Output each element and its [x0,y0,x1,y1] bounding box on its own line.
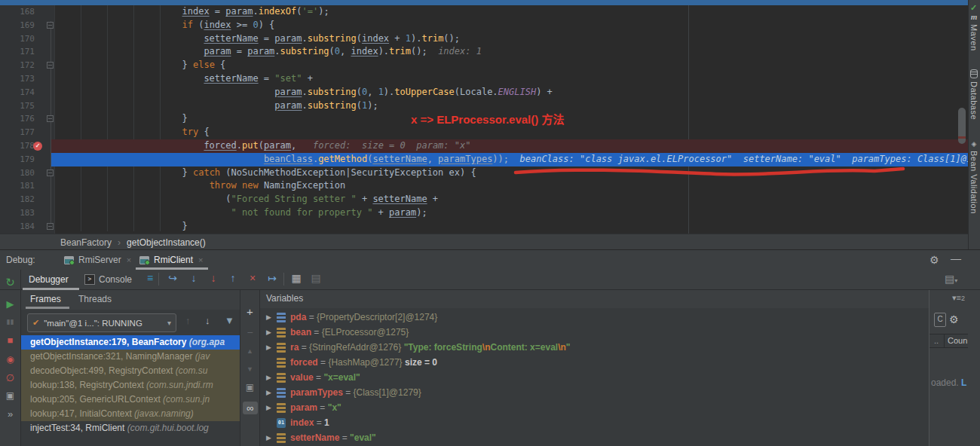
view-breakpoints-icon[interactable]: ◉ [0,354,20,365]
tab-threads[interactable]: Threads [78,294,112,304]
variable-row-pda[interactable]: ▶pda = {PropertyDescriptor[2]@1274} [260,310,929,325]
mute-breakpoints-icon[interactable]: ∅ [0,372,20,383]
hide-window-icon[interactable]: — [951,252,961,264]
close-icon[interactable]: × [198,255,203,264]
code-line-172[interactable]: 172} else { [0,59,968,72]
frame-row[interactable]: decodeObject:499, RegistryContext (com.s… [21,364,240,378]
code-line-180[interactable]: 180} catch (NoSuchMethodException|Securi… [0,166,968,180]
inspect-icon[interactable]: ∞ [243,402,258,414]
load-classes-link[interactable]: L [961,377,966,388]
code-line-182[interactable]: 182("Forced String setter " + setterName… [0,193,968,206]
breakpoint-icon[interactable]: ✓ [33,142,42,151]
expand-arrow-icon[interactable]: ▶ [266,370,271,385]
more-icon[interactable]: » [0,408,20,420]
code-editor[interactable]: 168index = param.indexOf('=');169if (ind… [0,0,968,234]
duplicate-icon[interactable]: ▣ [240,382,259,393]
frame-down-icon[interactable]: ↓ [205,315,210,326]
step-into-icon[interactable]: ↓ [185,272,202,284]
expand-arrow-icon[interactable]: ▶ [266,385,271,400]
expand-arrow-icon[interactable]: ▶ [266,430,271,445]
code-line-170[interactable]: 170setterName = param.substring(index + … [0,32,968,46]
variable-row-value[interactable]: ▶value = "x=eval" [260,370,929,385]
frame-row[interactable]: lookup:205, GenericURLContext (com.sun.j… [21,393,240,407]
tab-debugger[interactable]: Debugger [29,274,69,285]
code-line-171[interactable]: 171param = param.substring(0, index).tri… [0,45,968,59]
memory-view-options[interactable]: ▾≡2 [952,293,965,303]
step-out-icon[interactable]: ↑ [225,272,241,284]
fold-marker-icon[interactable] [47,62,54,69]
close-icon[interactable]: × [127,255,131,264]
frame-row[interactable]: lookup:138, RegistryContext (com.sun.jnd… [21,378,240,393]
rerun-icon[interactable]: ↻ [0,276,20,289]
object-icon [277,358,286,368]
code-line-174[interactable]: 174param.substring(0, 1).toUpperCase(Loc… [0,86,968,99]
thread-selector-dropdown[interactable]: ✔ "main"@1 i...": RUNNING ▾ [27,313,176,332]
run-to-cursor-icon[interactable]: ↦ [264,272,280,284]
breadcrumb-separator: › [118,237,121,248]
layout-grid-icon[interactable]: ▤ [308,272,324,284]
tool-stripe-maven[interactable]: mMaven [969,12,978,51]
add-watch-icon[interactable]: + [240,305,259,318]
fold-marker-icon[interactable] [47,22,54,29]
expand-arrow-icon[interactable]: ▶ [266,310,271,325]
debug-session-tab-rmiserver[interactable]: RmiServer× [64,252,131,267]
thread-dump-icon[interactable]: ▣ [0,390,20,401]
code-line-169[interactable]: 169if (index >= 0) { [0,19,968,32]
expand-arrow-icon[interactable]: ▶ [266,325,271,340]
expand-arrow-icon[interactable]: ▶ [266,400,271,415]
code-line-179[interactable]: 179beanClass.getMethod(setterName, param… [0,153,968,166]
code-line-178[interactable]: 178✓forced.put(param, forced: size = 0 p… [0,139,968,153]
frame-row[interactable]: lookup:417, InitialContext (javax.naming… [21,407,240,421]
remove-watch-icon[interactable]: − [240,326,259,338]
restore-layout-icon[interactable]: ▤▾ [945,273,957,285]
frame-row[interactable]: getObjectInstance:179, BeanFactory (org.… [21,335,240,350]
memory-settings-gear-icon[interactable]: ⚙ [949,313,959,325]
code-line-184[interactable]: 184} [0,220,968,234]
variable-row-ra[interactable]: ▶ra = {StringRefAddr@1276} "Type: forceS… [260,340,929,355]
code-line-177[interactable]: 177try { [0,126,968,139]
move-up-icon[interactable]: ▲ [240,347,259,355]
variable-row-paramTypes[interactable]: ▶paramTypes = {Class[1]@1279} [260,385,929,400]
expand-arrow-icon[interactable]: ▶ [266,340,271,355]
variable-row-index[interactable]: 01index = 1 [260,415,929,430]
code-line-173[interactable]: 173setterName = "set" + [0,72,968,86]
tab-frames[interactable]: Frames [30,294,61,304]
line-number: 172 [0,59,35,72]
frame-row[interactable]: getObjectInstance:321, NamingManager (ja… [21,350,240,364]
tab-console[interactable]: Console [99,274,132,285]
frame-row[interactable]: injectTest:34, RmiClient (com.git.hui.bo… [21,421,240,435]
variable-row-param[interactable]: ▶param = "x" [260,400,929,415]
frame-filter-icon[interactable]: ▼ [225,315,234,326]
code-line-181[interactable]: 181throw new NamingException [0,179,968,193]
stop-icon[interactable]: ■ [0,334,20,346]
fold-marker-icon[interactable] [47,170,54,176]
editor-scrollbar[interactable] [958,108,966,144]
variable-row-forced[interactable]: forced = {HashMap@1277} size = 0 [260,355,929,370]
force-step-into-icon[interactable]: ↓ [205,272,222,284]
ide-window: 168index = param.indexOf('=');169if (ind… [0,0,980,446]
tool-stripe-database[interactable]: Database [969,69,978,120]
fold-marker-icon[interactable] [47,223,54,230]
settings-gear-icon[interactable]: ⚙ [929,254,939,266]
code-line-183[interactable]: 183" not found for property " + param); [0,206,968,220]
move-down-icon[interactable]: ▼ [240,365,259,373]
variable-row-setterName[interactable]: ▶setterName = "eval" [260,430,929,445]
evaluate-grid-icon[interactable]: ▦ [288,272,305,284]
pause-icon[interactable]: ▮▮ [0,318,20,325]
step-over-icon[interactable]: ↪ [164,272,181,284]
drop-frame-icon[interactable]: × [244,272,261,284]
variable-row-bean[interactable]: ▶bean = {ELProcessor@1275} [260,325,929,340]
frame-up-icon[interactable]: ↑ [185,315,191,326]
variables-panel: Variables ▶pda = {PropertyDescriptor[2]@… [260,290,929,446]
breadcrumb-method[interactable]: getObjectInstance() [127,237,206,248]
show-execution-point-icon[interactable]: ≡ [142,272,158,284]
line-number: 168 [0,5,35,19]
fold-marker-icon[interactable] [47,115,54,122]
code-line-168[interactable]: 168index = param.indexOf('='); [0,5,968,19]
debug-session-tab-rmiclient[interactable]: RmiClient× [139,252,203,267]
memory-column-header[interactable]: .. Coun [929,334,968,348]
tool-stripe-bean-validation[interactable]: ◈Bean Validation [969,140,978,214]
memory-class-icon[interactable]: C [934,313,946,327]
breadcrumb-class[interactable]: BeanFactory [60,237,112,248]
resume-icon[interactable]: ▶ [0,298,20,310]
